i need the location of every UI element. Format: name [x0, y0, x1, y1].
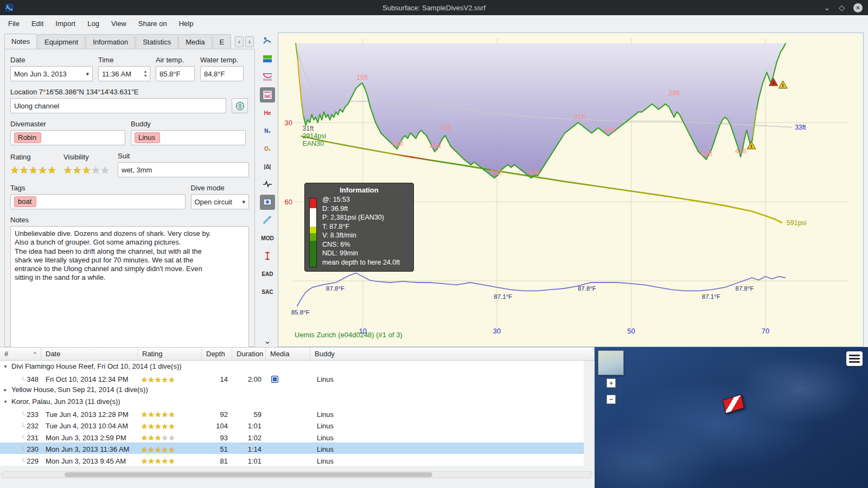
column-header--[interactable]: #^: [0, 348, 41, 360]
menubar: FileEditImportLogViewShare onHelp: [0, 15, 868, 31]
visibility-stars[interactable]: ★★★★★: [63, 163, 112, 177]
dive-depth: 93: [202, 434, 232, 442]
mod-icon[interactable]: MOD: [260, 230, 275, 246]
dive-row[interactable]: └232Tue Jun 4, 2013 10:04 AM★★★★★1041:01…: [0, 419, 584, 431]
notes-textarea[interactable]: Unbelievable dive. Dozens and dozens of …: [10, 226, 249, 355]
svg-text:87.8°F: 87.8°F: [326, 285, 344, 292]
dive-list-horizontal-scrollbar[interactable]: [1, 471, 592, 478]
toolbar-more-icon[interactable]: ⌄: [264, 336, 271, 347]
tag-chip[interactable]: boat: [14, 196, 36, 207]
dive-row[interactable]: └231Mon Jun 3, 2013 2:59 PM★★★★★931:02Li…: [0, 431, 584, 442]
trip-row[interactable]: ▾Divi Flamingo House Reef, Fri Oct 10, 2…: [0, 361, 584, 373]
expander-closed-icon[interactable]: ▸: [3, 387, 8, 393]
show-photos-icon[interactable]: [260, 195, 275, 210]
menu-item-view[interactable]: View: [105, 16, 132, 31]
dive-profile-chart[interactable]: 15ft40ft41ft35ft50ft50ft31ft34ft28ft43ft…: [278, 33, 864, 347]
air-temp-field[interactable]: 85.8°F: [156, 66, 195, 81]
date-value: Mon Jun 3, 2013: [14, 70, 67, 78]
map-overview-thumbnail[interactable]: [598, 350, 624, 375]
column-header-duration[interactable]: Duration: [232, 348, 266, 360]
buddy-field[interactable]: Linus: [131, 130, 246, 145]
dive-buddy: Linus: [310, 457, 584, 465]
tab-statistics[interactable]: Statistics: [136, 34, 178, 49]
info-box-line: mean depth to here 24.0ft: [322, 258, 409, 267]
column-header-buddy[interactable]: Buddy: [310, 348, 595, 360]
shade-window-button[interactable]: ⌄: [824, 3, 830, 12]
tab-information[interactable]: Information: [86, 34, 135, 49]
dive-row[interactable]: └233Tue Jun 4, 2013 12:28 PM★★★★★9259Lin…: [0, 407, 584, 419]
divemaster-chip[interactable]: Robin: [14, 132, 41, 143]
svg-text:43ft: 43ft: [701, 150, 712, 158]
menu-item-file[interactable]: File: [2, 16, 25, 31]
dive-date: Mon Jun 3, 2013 11:36 AM: [41, 445, 138, 453]
trip-row[interactable]: ▾Koror, Palau, Jun 2013 (11 dive(s)): [0, 396, 584, 408]
star-icon: ★: [91, 164, 100, 176]
tags-field[interactable]: boat: [10, 194, 186, 209]
dive-site-map[interactable]: + −: [595, 347, 868, 488]
dc-reported-ceiling-icon[interactable]: [260, 87, 275, 102]
tab-media[interactable]: Media: [178, 34, 212, 49]
rating-stars[interactable]: ★★★★★: [10, 163, 58, 177]
dive-duration: 2:00: [232, 375, 266, 383]
dive-row[interactable]: └348Fri Oct 10, 2014 12:34 PM★★★★★142:00…: [0, 373, 584, 384]
dive-mode-icon[interactable]: [260, 34, 275, 49]
sac-icon[interactable]: SAC: [260, 284, 275, 299]
svg-text:34ft: 34ft: [604, 126, 615, 134]
expander-open-icon[interactable]: ▾: [3, 399, 8, 404]
tissue-saturation-icon[interactable]: [260, 52, 275, 67]
ead-icon[interactable]: EAD: [260, 266, 275, 281]
ruler-icon[interactable]: [260, 213, 275, 228]
star-icon: ★: [20, 164, 29, 176]
map-zoom-in-button[interactable]: +: [607, 378, 616, 388]
tab-notes[interactable]: Notes: [4, 34, 37, 49]
column-header-depth[interactable]: Depth: [202, 348, 232, 360]
column-header-media[interactable]: Media: [266, 348, 310, 360]
pp-nitrogen-icon[interactable]: N₂: [260, 123, 275, 138]
menu-item-log[interactable]: Log: [81, 16, 105, 31]
tab-equipment[interactable]: Equipment: [37, 34, 85, 49]
pp-helium-icon[interactable]: He: [260, 105, 275, 120]
dive-row[interactable]: └230Mon Jun 3, 2013 11:36 AM★★★★★511:14L…: [0, 442, 584, 454]
column-header-rating[interactable]: Rating: [138, 348, 202, 360]
pp-oxygen-icon[interactable]: O₂: [260, 141, 275, 156]
tree-branch-icon: └: [21, 458, 25, 464]
menu-item-help[interactable]: Help: [173, 16, 200, 31]
buddy-chip[interactable]: Linus: [135, 132, 160, 143]
gas-window-icon[interactable]: |Δ|: [260, 159, 275, 174]
tab-e[interactable]: E: [213, 34, 232, 49]
expander-open-icon[interactable]: ▾: [3, 363, 8, 369]
dive-row[interactable]: └229Mon Jun 3, 2013 9:45 AM★★★★★811:01Li…: [0, 454, 584, 466]
map-menu-button[interactable]: [846, 351, 863, 366]
dive-date: Fri Oct 10, 2014 12:34 PM: [41, 375, 138, 383]
date-combobox[interactable]: Mon Jun 3, 2013 ▾: [10, 66, 93, 81]
column-header-date[interactable]: Date: [41, 348, 138, 360]
svg-text:41ft: 41ft: [430, 143, 441, 150]
star-icon: ★: [141, 422, 148, 431]
dive-site-flag-marker[interactable]: [723, 394, 744, 414]
info-box-line: V: 8.3ft/min: [322, 231, 409, 240]
time-spinbox[interactable]: 11:36 AM ▴ ▾: [98, 66, 150, 81]
location-field[interactable]: Ulong channel: [10, 98, 226, 113]
media-photo-icon[interactable]: [271, 376, 278, 383]
calculated-ceiling-icon[interactable]: [260, 69, 275, 85]
scale-icon[interactable]: [260, 248, 275, 264]
spin-down-icon[interactable]: ▾: [144, 74, 146, 78]
dive-buddy: Linus: [310, 445, 584, 453]
close-window-button[interactable]: ✕: [853, 3, 863, 12]
suit-field[interactable]: wet, 3mm: [118, 162, 249, 177]
menu-item-share-on[interactable]: Share on: [132, 16, 173, 31]
globe-button[interactable]: [232, 98, 248, 113]
maximize-window-button[interactable]: ◇: [839, 3, 845, 12]
map-zoom-out-button[interactable]: −: [607, 395, 616, 404]
divemaster-field[interactable]: Robin: [10, 130, 125, 145]
water-temp-field[interactable]: 84.8°F: [200, 66, 244, 81]
menu-item-import[interactable]: Import: [49, 16, 81, 31]
tree-branch-icon: └: [21, 446, 25, 453]
heart-rate-icon[interactable]: [260, 177, 275, 192]
trip-row[interactable]: ▸Yellow House, Sun Sep 21, 2014 (1 dive(…: [0, 384, 584, 396]
menu-item-edit[interactable]: Edit: [25, 16, 49, 31]
dive-mode-combobox[interactable]: Open circuit ▾: [191, 194, 250, 209]
tab-scroll-left-button[interactable]: ‹: [235, 36, 244, 47]
tab-scroll-right-button[interactable]: ›: [245, 36, 254, 47]
suit-label: Suit: [118, 152, 249, 160]
